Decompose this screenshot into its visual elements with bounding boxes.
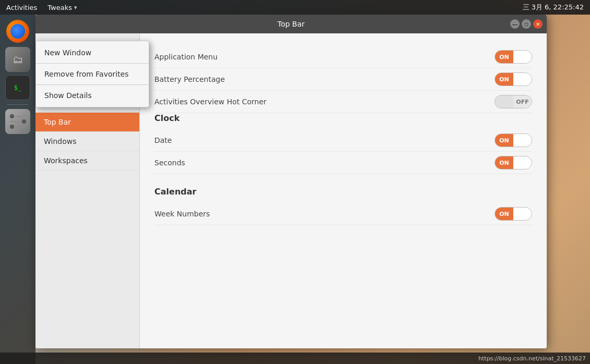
toggle-on-label-date: ON: [495, 134, 513, 147]
tweaks-app-icon: [10, 114, 26, 129]
sidebar-item-workspaces[interactable]: Workspaces: [35, 151, 139, 171]
system-bar-left: Activities Tweaks ▾: [0, 0, 81, 15]
section-calendar: Calendar Week Numbers ON: [154, 187, 532, 225]
setting-label-date: Date: [154, 136, 172, 144]
terminal-icon: $_: [14, 84, 21, 91]
window-close-button[interactable]: ✕: [533, 19, 543, 29]
context-menu: New Window Remove from Favorites Show De…: [35, 41, 149, 107]
window-controls: — □ ✕: [510, 19, 543, 29]
context-menu-show-details[interactable]: Show Details: [36, 86, 149, 105]
toggle-battery-percentage[interactable]: ON: [495, 72, 532, 86]
toggle-application-menu[interactable]: ON: [495, 50, 532, 64]
system-bar: Activities Tweaks ▾ 三 3月 6, 22:25:42: [0, 0, 590, 15]
setting-label-activities-hot-corner: Activities Overview Hot Corner: [154, 98, 267, 106]
setting-row-battery-percentage: Battery Percentage ON: [154, 68, 532, 91]
window-minimize-button[interactable]: —: [510, 19, 520, 29]
toggle-on-thumb-seconds: [513, 156, 532, 169]
content-area: Application Menu ON Battery Percentage O…: [140, 33, 547, 348]
desktop: Activities Tweaks ▾ 三 3月 6, 22:25:42 🗂 $…: [0, 0, 590, 364]
setting-label-application-menu: Application Menu: [154, 53, 218, 61]
dock: 🗂 $_: [0, 15, 35, 364]
toggle-on-label-week-numbers: ON: [495, 208, 513, 220]
toggle-off-label: OFF: [513, 95, 532, 108]
tweaks-label: Tweaks: [47, 4, 72, 11]
setting-label-seconds: Seconds: [154, 159, 185, 167]
window-maximize-button[interactable]: □: [522, 19, 531, 29]
section-title-calendar: Calendar: [154, 187, 532, 197]
toggle-seconds[interactable]: ON: [495, 156, 532, 169]
setting-label-battery-percentage: Battery Percentage: [154, 75, 225, 83]
datetime-display: 三 3月 6, 22:25:42: [523, 3, 590, 12]
section-title-clock: Clock: [154, 113, 532, 123]
toggle-date[interactable]: ON: [495, 134, 532, 147]
dock-item-terminal[interactable]: $_: [5, 75, 30, 100]
toggle-on-label-seconds: ON: [495, 156, 513, 169]
context-menu-new-window[interactable]: New Window: [36, 43, 149, 62]
setting-row-activities-hot-corner: Activities Overview Hot Corner OFF: [154, 91, 532, 113]
toggle-on-thumb-week-numbers: [513, 208, 532, 220]
toggle-on-thumb-date: [513, 134, 532, 147]
sidebar-item-top-bar[interactable]: Top Bar: [35, 113, 139, 132]
toggle-on-label: ON: [495, 51, 513, 63]
tweaks-menu-button[interactable]: Tweaks ▾: [43, 0, 81, 15]
dock-item-tweaks[interactable]: [5, 109, 30, 134]
toggle-week-numbers[interactable]: ON: [495, 207, 532, 221]
setting-row-date: Date ON: [154, 129, 532, 152]
setting-row-application-menu: Application Menu ON: [154, 46, 532, 68]
status-url: https://blog.csdn.net/sinat_21533627: [478, 355, 586, 362]
section-clock: Clock Date ON Seconds ON: [154, 113, 532, 174]
toggle-activities-hot-corner[interactable]: OFF: [495, 95, 532, 108]
setting-row-week-numbers: Week Numbers ON: [154, 203, 532, 225]
context-menu-separator-1: [36, 63, 149, 64]
setting-label-week-numbers: Week Numbers: [154, 210, 210, 218]
dock-item-files[interactable]: 🗂: [5, 47, 30, 72]
files-icon: 🗂: [13, 53, 23, 66]
sidebar-item-windows[interactable]: Windows: [35, 132, 139, 151]
window-title: Top Bar: [278, 20, 305, 28]
toggle-on-label-battery: ON: [495, 73, 513, 86]
firefox-icon: [6, 20, 29, 43]
setting-row-seconds: Seconds ON: [154, 152, 532, 174]
window-titlebar: Top Bar — □ ✕: [35, 15, 547, 33]
dock-separator: [7, 104, 28, 105]
context-menu-remove-favorites[interactable]: Remove from Favorites: [36, 65, 149, 83]
tweaks-arrow-icon: ▾: [74, 4, 77, 11]
toggle-on-thumb-battery: [513, 73, 532, 86]
activities-button[interactable]: Activities: [0, 0, 43, 15]
status-bar: https://blog.csdn.net/sinat_21533627: [0, 353, 590, 364]
toggle-on-thumb: [513, 51, 532, 63]
dock-item-firefox[interactable]: [5, 19, 30, 44]
context-menu-separator-2: [36, 84, 149, 85]
